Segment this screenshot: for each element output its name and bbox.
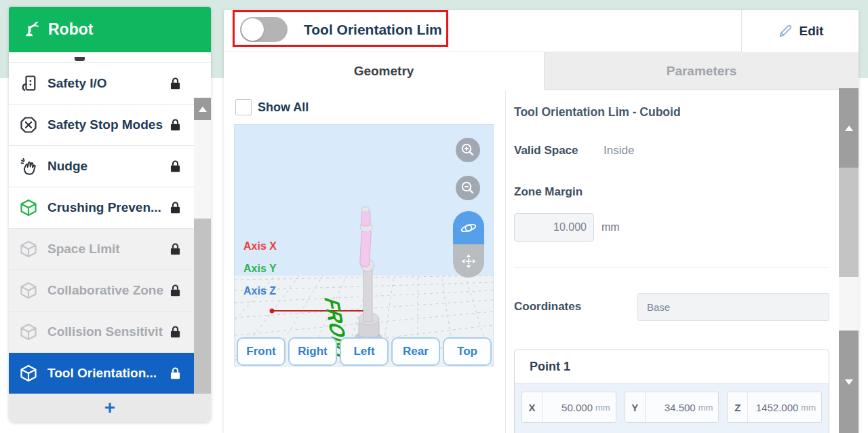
main-panel: Tool Orientation Lim Edit Geometry Param… bbox=[224, 10, 859, 433]
cube-icon bbox=[19, 364, 38, 383]
axis-y-tag: Y bbox=[625, 392, 646, 422]
nudge-hand-icon bbox=[19, 157, 38, 176]
sidebar: Robot Safety I/O Safety Stop Modes bbox=[9, 7, 211, 422]
scroll-up-button[interactable] bbox=[194, 98, 211, 120]
cube-icon bbox=[19, 322, 38, 341]
tab-geometry[interactable]: Geometry bbox=[224, 52, 544, 90]
axis-z-tag: Z bbox=[728, 392, 748, 422]
show-all-label: Show All bbox=[258, 100, 309, 115]
point-z-unit: mm bbox=[801, 402, 816, 413]
show-all-checkbox[interactable] bbox=[235, 99, 252, 115]
sidebar-item-label: Nudge bbox=[47, 159, 87, 174]
main-header: Tool Orientation Lim Edit bbox=[224, 10, 859, 52]
lock-icon bbox=[168, 324, 182, 340]
point-1-title: Point 1 bbox=[515, 350, 829, 383]
sidebar-item-collaborative-zone[interactable]: Collaborative Zone bbox=[9, 269, 211, 311]
clipped-icon-fragment bbox=[75, 57, 85, 61]
axis-y-label: Axis Y bbox=[243, 263, 277, 275]
plus-icon: + bbox=[104, 398, 115, 417]
sidebar-item-partial bbox=[9, 52, 211, 62]
axis-x-tag: X bbox=[522, 392, 542, 422]
magnifier-plus-icon bbox=[460, 142, 476, 158]
sidebar-menu: Safety I/O Safety Stop Modes Nudge bbox=[9, 52, 211, 394]
toggle-label: Tool Orientation Lim bbox=[304, 22, 442, 38]
zoom-in-button[interactable] bbox=[456, 138, 480, 162]
point-x-field[interactable]: X 50.000 mm bbox=[521, 392, 616, 423]
add-zone-button[interactable]: + bbox=[9, 394, 211, 422]
view-right-button[interactable]: Right bbox=[288, 337, 337, 366]
valid-space-value: Inside bbox=[604, 144, 634, 157]
view-control-pill bbox=[453, 211, 484, 278]
sidebar-item-label: Collaborative Zone bbox=[47, 283, 163, 298]
show-all-row: Show All bbox=[235, 99, 309, 115]
scroll-up-button[interactable] bbox=[839, 88, 859, 168]
robot-arm-icon bbox=[21, 20, 40, 39]
zone-title: Tool Orientation Lim - Cuboid bbox=[514, 105, 681, 119]
sidebar-item-nudge[interactable]: Nudge bbox=[9, 145, 211, 187]
scroll-down-button[interactable] bbox=[839, 331, 859, 433]
coordinates-label: Coordinates bbox=[514, 300, 581, 314]
coordinates-select[interactable]: Base bbox=[637, 293, 829, 321]
sidebar-item-collision-sensitivity[interactable]: Collision Sensitivit bbox=[9, 311, 211, 352]
view-preset-buttons: Front Right Left Rear Top bbox=[237, 337, 492, 366]
point-z-value: 1452.000 bbox=[748, 402, 798, 413]
safety-io-icon bbox=[19, 74, 38, 93]
scrollbar-track[interactable] bbox=[839, 277, 859, 331]
point-z-field[interactable]: Z 1452.000 mm bbox=[727, 392, 822, 423]
rotate-view-button[interactable] bbox=[453, 211, 484, 244]
orbit-rotate-icon bbox=[460, 219, 477, 237]
sidebar-title: Robot bbox=[48, 20, 93, 39]
properties-scrollbar[interactable] bbox=[839, 88, 859, 433]
sidebar-item-crushing-prevention[interactable]: Crushing Preven... bbox=[9, 187, 211, 228]
geometry-content: Show All bbox=[224, 90, 859, 433]
cube-icon bbox=[19, 240, 38, 259]
arrow-up-icon bbox=[845, 126, 853, 131]
zone-margin-label: Zone Margin bbox=[514, 185, 583, 199]
tool-orientation-toggle[interactable] bbox=[240, 17, 288, 42]
lock-icon bbox=[168, 200, 182, 216]
stop-circle-icon bbox=[19, 115, 38, 134]
point-1-card: Point 1 X 50.000 mm Y 34.500 mm Z 1452.0 bbox=[514, 350, 829, 433]
point-y-field[interactable]: Y 34.500 mm bbox=[625, 392, 719, 423]
pencil-icon bbox=[777, 23, 793, 39]
view-top-button[interactable]: Top bbox=[443, 337, 492, 366]
arrow-down-icon bbox=[845, 379, 853, 385]
sidebar-item-safety-io[interactable]: Safety I/O bbox=[9, 62, 211, 104]
valid-space-label: Valid Space bbox=[514, 144, 578, 157]
zone-margin-input[interactable]: 10.000 bbox=[514, 213, 594, 242]
zone-margin-unit: mm bbox=[601, 221, 620, 233]
edit-button-label: Edit bbox=[800, 24, 824, 39]
lock-icon bbox=[168, 365, 182, 381]
tab-bar: Geometry Parameters bbox=[224, 52, 859, 90]
scrollbar-thumb[interactable] bbox=[839, 168, 859, 277]
axis-x-label: Axis X bbox=[243, 240, 277, 252]
lock-icon bbox=[168, 158, 182, 174]
sidebar-item-space-limit[interactable]: Space Limit bbox=[9, 228, 211, 269]
tab-parameters[interactable]: Parameters bbox=[544, 52, 859, 90]
axis-z-label: Axis Z bbox=[243, 285, 277, 297]
lock-icon bbox=[168, 282, 182, 299]
edit-button[interactable]: Edit bbox=[742, 10, 859, 52]
axis-legend: Axis X Axis Y Axis Z bbox=[243, 240, 277, 307]
view-left-button[interactable]: Left bbox=[340, 337, 389, 366]
sidebar-scrollbar[interactable] bbox=[194, 98, 211, 394]
cube-icon bbox=[19, 281, 38, 300]
lock-icon bbox=[168, 117, 182, 133]
sidebar-item-label: Safety I/O bbox=[47, 76, 107, 91]
sidebar-item-safety-stop-modes[interactable]: Safety Stop Modes bbox=[9, 104, 211, 145]
sidebar-item-label: Safety Stop Modes bbox=[47, 117, 163, 132]
sidebar-item-tool-orientation[interactable]: Tool Orientation... bbox=[9, 352, 211, 394]
view-front-button[interactable]: Front bbox=[237, 337, 285, 366]
zoom-out-button[interactable] bbox=[456, 176, 480, 200]
toggle-knob bbox=[241, 18, 264, 41]
pan-view-button[interactable] bbox=[453, 244, 484, 278]
pan-arrows-icon bbox=[460, 252, 477, 270]
point-y-value: 34.500 bbox=[646, 402, 696, 413]
view-rear-button[interactable]: Rear bbox=[391, 337, 440, 366]
point-x-value: 50.000 bbox=[542, 402, 593, 413]
scrollbar-thumb[interactable] bbox=[194, 219, 211, 394]
point-y-unit: mm bbox=[698, 402, 713, 413]
robot-3d-viewport[interactable]: FRONT Axis X Axis Y Axis Z bbox=[234, 124, 494, 366]
sidebar-item-label: Crushing Preven... bbox=[47, 200, 161, 215]
properties-panel: Tool Orientation Lim - Cuboid Valid Spac… bbox=[506, 90, 839, 433]
